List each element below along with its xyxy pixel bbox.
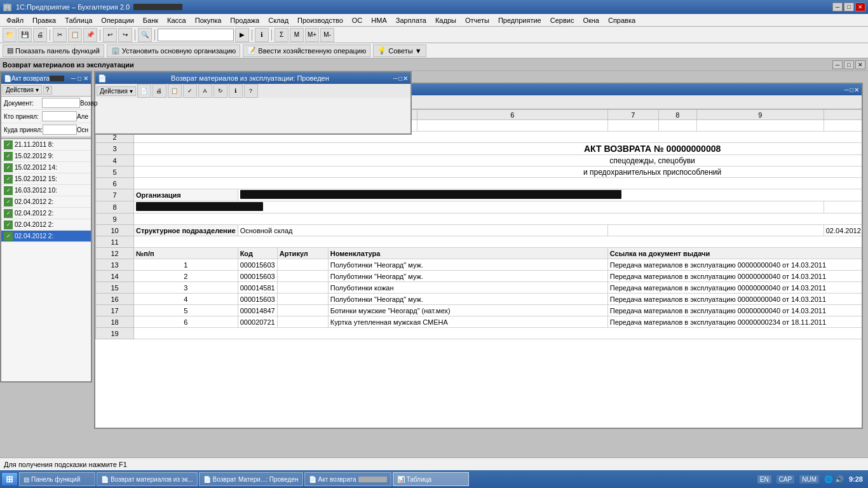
row1-article[interactable] [277,259,328,271]
struct-empty[interactable] [607,225,824,236]
toolbar-btn-a[interactable]: Σ [275,28,288,42]
menu-operations[interactable]: Операции [97,16,137,25]
vozvrat-minimize[interactable]: ─ [832,60,843,69]
row5-article[interactable] [277,305,328,316]
org-value-cell[interactable] [238,189,862,201]
toolbar-btn-info[interactable]: ℹ [255,28,269,42]
document-input[interactable] [42,98,80,108]
doc-item-1[interactable]: ✓ 15.02.2012 9: [1,151,91,162]
toolbar-btn-copy[interactable]: 📋 [68,28,82,42]
vp-btn7[interactable]: ℹ [229,84,243,98]
cell-1-9[interactable] [696,120,824,132]
row5-code[interactable]: 000014847 [238,305,277,316]
vp-btn6[interactable]: ↻ [214,84,227,98]
cell-1-8[interactable] [658,120,696,132]
menu-edit[interactable]: Правка [29,16,60,25]
menu-file[interactable]: Файл [3,16,27,25]
enter-operation-button[interactable]: 📝 Ввести хозяйственную операцию [243,44,370,57]
menu-nma[interactable]: НМА [367,16,390,25]
vozvrat-close[interactable]: ✕ [855,60,865,69]
row1-ref[interactable]: Передача материалов в эксплуатацию 00000… [607,259,862,271]
actions-btn[interactable]: Действия ▾ [3,85,42,95]
toolbar-btn-1[interactable]: 📁 [3,28,17,42]
row6-ref[interactable]: Передача материалов в эксплуатацию 00000… [607,316,862,328]
row2-nom[interactable]: Полуботинки "Неогард" муж. [328,271,607,282]
act-subtitle2-cell[interactable]: и предохранительных приспособлений [134,166,862,178]
row5-ref[interactable]: Передача материалов в эксплуатацию 00000… [607,305,862,316]
start-button[interactable]: ⊞ [1,472,18,486]
row4-article[interactable] [277,294,328,305]
toolbar-btn-go[interactable]: ▶ [235,28,249,42]
doc-item-5[interactable]: ✓ 02.04.2012 2: [1,196,91,208]
doc-item-3[interactable]: ✓ 15.02.2012 15: [1,173,91,185]
sub-max-btn[interactable]: □ [78,75,81,82]
row4-code[interactable]: 000015603 [238,294,277,305]
tips-button[interactable]: 💡 Советы ▼ [373,44,426,57]
menu-purchase[interactable]: Покупка [191,16,226,25]
doc-item-8[interactable]: ✓ 02.04.2012 2: [1,231,91,242]
minimize-button[interactable]: ─ [832,3,843,11]
cell-1-6[interactable] [417,120,607,132]
vp-btn4[interactable]: ✓ [183,84,197,98]
where-accepted-input[interactable] [43,125,77,135]
menu-salary[interactable]: Зарплата [392,16,430,25]
menu-bank[interactable]: Банк [139,16,162,25]
toolbar-btn-b[interactable]: M [290,28,304,42]
row5-nom[interactable]: Ботинки мужские "Неогард" (нат.мех) [328,305,607,316]
vp-max-btn[interactable]: □ [398,75,402,82]
cell-11[interactable] [134,236,862,248]
toolbar-btn-search[interactable]: 🔍 [138,28,152,42]
row3-article[interactable] [277,282,328,294]
table-min-btn[interactable]: ─ [844,86,849,93]
vp-btn1[interactable]: 📄 [137,84,151,98]
struct-value-cell[interactable]: Основной склад [238,225,607,236]
cell-9[interactable] [134,214,862,225]
who-accepted-input[interactable] [42,111,77,121]
toolbar-btn-paste[interactable]: 📌 [83,28,97,42]
maximize-button[interactable]: □ [844,3,854,11]
row2-ref[interactable]: Передача материалов в эксплуатацию 00000… [607,271,862,282]
spreadsheet[interactable]: 1 2 3 4 5 6 7 8 9 10 11 12 14 15 [95,109,862,428]
vp-min-btn[interactable]: ─ [393,75,398,82]
vp-close-btn[interactable]: ✕ [403,75,408,82]
toolbar-btn-3[interactable]: 🖨 [33,28,47,42]
vp-btn8[interactable]: ? [244,84,258,98]
row1-code[interactable]: 000015603 [238,259,277,271]
vp-actions-btn[interactable]: Действия ▾ [97,86,136,96]
cell-1-10[interactable] [824,120,862,132]
cell-6[interactable] [134,178,862,189]
act-subtitle1-cell[interactable]: спецодежды, спецобуви [134,155,862,166]
show-panel-button[interactable]: ▤ Показать панель функций [3,44,104,57]
help-btn[interactable]: ? [43,86,52,95]
row4-ref[interactable]: Передача материалов в эксплуатацию 00000… [607,294,862,305]
table-close-btn[interactable]: ✕ [854,86,859,93]
taskbar-akt[interactable]: 📄 Акт возврата ████████ [304,472,391,486]
h-scrollbar[interactable]: ◄ ► [95,428,862,429]
set-org-button[interactable]: 🏢 Установить основную организацию [107,44,241,57]
toolbar-btn-redo[interactable]: ↪ [118,28,132,42]
scroll-left-btn[interactable]: ◄ [95,429,104,430]
row2-num[interactable]: 2 [134,271,238,282]
close-button[interactable]: ✕ [855,3,865,11]
doc-item-4[interactable]: ✓ 16.03.2012 10: [1,185,91,196]
menu-sale[interactable]: Продажа [226,16,263,25]
menu-warehouse[interactable]: Склад [264,16,292,25]
menu-table[interactable]: Таблица [61,16,96,25]
doc-item-0[interactable]: ✓ 21.11.2011 8: [1,139,91,151]
sub-min-btn[interactable]: ─ [71,75,76,82]
struct-label-cell[interactable]: Структурное подразделение [134,225,238,236]
menu-production[interactable]: Производство [294,16,347,25]
cell-1-7[interactable] [607,120,658,132]
scroll-right-btn[interactable]: ► [853,429,862,430]
table-max-btn[interactable]: □ [850,86,853,93]
taskbar-panel-functions[interactable]: ▤ Панель функций [19,472,95,486]
menu-service[interactable]: Сервис [546,16,578,25]
row1-num[interactable]: 1 [134,259,238,271]
doc-item-7[interactable]: ✓ 02.04.2012 2: [1,219,91,231]
doc-item-2[interactable]: ✓ 15.02.2012 14: [1,162,91,173]
doc-item-6[interactable]: ✓ 02.04.2012 2: [1,208,91,219]
row2-article[interactable] [277,271,328,282]
act-title-cell[interactable]: АКТ ВОЗВРАТА № 00000000008 [134,143,862,155]
row4-num[interactable]: 4 [134,294,238,305]
vp-btn5[interactable]: A [198,84,212,98]
